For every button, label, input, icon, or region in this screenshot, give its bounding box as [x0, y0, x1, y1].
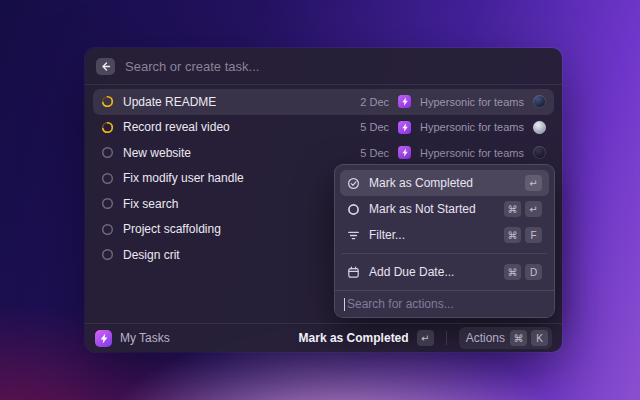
footer-bar: My Tasks Mark as Completed ↵ Actions ⌘K: [85, 323, 562, 352]
action-label: Mark as Not Started: [369, 202, 476, 216]
actions-button-label: Actions: [466, 331, 505, 345]
task-status-progress-icon: [101, 95, 114, 108]
action-shortcut-keys: ⌘D: [504, 264, 542, 280]
calendar-icon: [347, 266, 360, 279]
task-row[interactable]: Update README 2 Dec Hypersonic for teams: [93, 89, 554, 115]
primary-action-label: Mark as Completed: [299, 331, 409, 345]
key-badge: ↵: [525, 201, 542, 217]
key-badge: ↵: [525, 175, 542, 191]
task-team-label: Hypersonic for teams: [420, 147, 524, 159]
search-input[interactable]: [125, 59, 551, 74]
check-circle-icon: [347, 177, 360, 190]
task-title: Record reveal video: [123, 120, 230, 134]
key-badge: ⌘: [504, 227, 521, 243]
key-badge: ⌘: [504, 201, 521, 217]
task-due-date: 2 Dec: [360, 96, 389, 108]
task-status-circle-icon: [101, 146, 114, 159]
hypersonic-app-icon: [95, 330, 112, 347]
team-bolt-icon: [398, 95, 411, 108]
text-caret: [344, 298, 345, 311]
assignee-avatar: [533, 121, 546, 134]
key-badge: K: [531, 330, 548, 346]
task-title: Fix modify user handle: [123, 171, 244, 185]
actions-search-bar: [335, 290, 554, 317]
task-title: Design crit: [123, 248, 180, 262]
footer-divider: [446, 331, 447, 345]
task-due-date: 5 Dec: [360, 147, 389, 159]
command-palette-window: Update README 2 Dec Hypersonic for teams…: [85, 48, 562, 352]
task-team-label: Hypersonic for teams: [420, 121, 524, 133]
actions-popover: Mark as Completed ↵: [334, 164, 555, 318]
enter-key-badge: ↵: [417, 330, 434, 346]
team-bolt-icon: [398, 146, 411, 159]
assignee-avatar: [533, 95, 546, 108]
team-bolt-icon: [398, 121, 411, 134]
assignee-avatar: [533, 146, 546, 159]
actions-button[interactable]: Actions ⌘K: [459, 327, 552, 349]
task-status-progress-icon: [101, 121, 114, 134]
key-badge: ⌘: [510, 330, 527, 346]
actions-search-input[interactable]: [347, 297, 545, 311]
task-title: Update README: [123, 95, 216, 109]
task-title: Project scaffolding: [123, 222, 221, 236]
action-label: Filter...: [369, 228, 405, 242]
action-item[interactable]: Filter... ⌘F: [340, 222, 549, 248]
action-item[interactable]: Mark as Completed ↵: [340, 170, 549, 196]
key-badge: F: [525, 227, 542, 243]
action-shortcut-keys: ⌘F: [504, 227, 542, 243]
action-shortcut-keys: ↵: [525, 175, 542, 191]
task-title: Fix search: [123, 197, 178, 211]
filter-icon: [347, 229, 360, 242]
key-badge: D: [525, 264, 542, 280]
key-badge: ⌘: [504, 264, 521, 280]
task-due-date: 5 Dec: [360, 121, 389, 133]
task-row[interactable]: Record reveal video 5 Dec Hypersonic for…: [93, 115, 554, 141]
task-title: New website: [123, 146, 191, 160]
search-bar: [85, 48, 562, 85]
action-item[interactable]: Add Due Date... ⌘D: [340, 259, 549, 285]
action-shortcut-keys: ⌘↵: [504, 201, 542, 217]
task-row[interactable]: New website 5 Dec Hypersonic for teams: [93, 140, 554, 166]
circle-icon: [347, 203, 360, 216]
task-status-circle-icon: [101, 197, 114, 210]
action-label: Add Due Date...: [369, 265, 454, 279]
actions-list: Mark as Completed ↵: [335, 165, 554, 290]
arrow-left-icon: [100, 61, 111, 72]
task-status-circle-icon: [101, 223, 114, 236]
actions-keys: ⌘K: [510, 330, 548, 346]
task-status-circle-icon: [101, 248, 114, 261]
task-status-circle-icon: [101, 172, 114, 185]
action-item[interactable]: Mark as Not Started ⌘↵: [340, 196, 549, 222]
workspace-label: My Tasks: [120, 331, 170, 345]
task-team-label: Hypersonic for teams: [420, 96, 524, 108]
menu-divider: [342, 253, 547, 254]
back-button[interactable]: [96, 58, 115, 75]
action-label: Mark as Completed: [369, 176, 473, 190]
